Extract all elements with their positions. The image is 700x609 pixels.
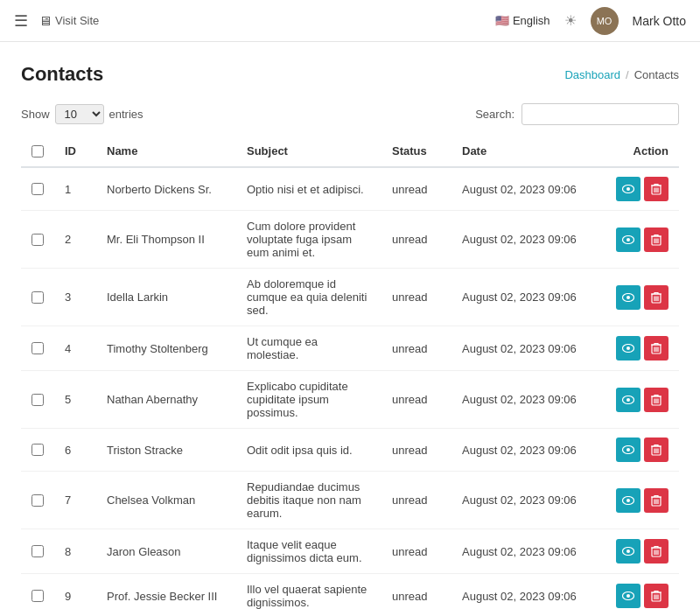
row-checkbox-3[interactable] <box>32 291 44 304</box>
row-checkbox-6[interactable] <box>32 444 44 456</box>
cell-status-1: unread <box>382 167 452 211</box>
flag-icon: 🇺🇸 <box>495 14 509 27</box>
cell-date-5: August 02, 2023 09:06 <box>452 371 600 429</box>
cell-name-6: Triston Stracke <box>96 429 236 472</box>
trash-icon <box>651 444 662 456</box>
cell-subject-8: Itaque velit eaque dignissimos dicta eum… <box>236 529 382 574</box>
delete-button-2[interactable] <box>644 228 668 252</box>
breadcrumb-separator: / <box>626 68 629 81</box>
table-row: 7 Chelsea Volkman Repudiandae ducimus de… <box>21 472 679 529</box>
eye-icon <box>622 592 634 600</box>
table-row: 8 Jaron Gleason Itaque velit eaque digni… <box>21 529 679 574</box>
action-btns-6 <box>611 438 668 462</box>
breadcrumb-home-link[interactable]: Dashboard <box>564 68 620 81</box>
table-header-row: ID Name Subject Status Date Action <box>21 136 679 167</box>
hamburger-icon[interactable]: ☰ <box>14 11 28 31</box>
col-header-date: Date <box>452 136 600 167</box>
cell-date-3: August 02, 2023 09:06 <box>452 269 600 326</box>
action-btns-2 <box>611 228 668 252</box>
topnav-left: ☰ 🖥 Visit Site <box>14 11 99 31</box>
search-box: Search: <box>475 103 679 125</box>
show-entries: Show 10 25 50 100 entries <box>21 104 144 124</box>
view-button-2[interactable] <box>616 228 640 252</box>
table-row: 4 Timothy Stoltenberg Ut cumque ea moles… <box>21 326 679 371</box>
eye-icon <box>622 396 634 404</box>
view-button-8[interactable] <box>616 539 640 564</box>
svg-point-50 <box>626 550 630 553</box>
cell-name-8: Jaron Gleason <box>96 529 236 574</box>
row-checkbox-8[interactable] <box>32 545 44 557</box>
eye-icon <box>622 235 634 244</box>
view-button-4[interactable] <box>616 336 640 360</box>
avatar[interactable]: MO <box>591 7 619 35</box>
svg-point-43 <box>626 499 630 502</box>
cell-id-1: 1 <box>54 167 96 211</box>
cell-subject-1: Optio nisi et et adipisci. <box>236 167 382 211</box>
cell-subject-7: Repudiandae ducimus debitis itaque non n… <box>236 472 382 529</box>
entries-select[interactable]: 10 25 50 100 <box>55 104 104 124</box>
svg-point-36 <box>626 448 630 452</box>
col-header-id: ID <box>54 136 96 167</box>
contacts-table: ID Name Subject Status Date Action <box>21 136 679 609</box>
delete-button-5[interactable] <box>644 388 668 412</box>
delete-button-6[interactable] <box>644 438 668 462</box>
row-checkbox-4[interactable] <box>32 342 44 354</box>
trash-icon <box>651 183 662 195</box>
eye-icon <box>622 293 634 302</box>
search-input[interactable] <box>522 103 679 125</box>
cell-subject-4: Ut cumque ea molestiae. <box>236 326 382 371</box>
cell-date-9: August 02, 2023 09:06 <box>452 574 600 610</box>
svg-point-57 <box>626 594 630 598</box>
svg-point-1 <box>626 187 630 191</box>
topnav-right: 🇺🇸 English ☀ MO Mark Otto <box>495 7 686 35</box>
cell-date-1: August 02, 2023 09:06 <box>452 167 600 211</box>
delete-button-3[interactable] <box>644 285 668 310</box>
cell-date-7: August 02, 2023 09:06 <box>452 472 600 529</box>
cell-status-7: unread <box>382 472 452 529</box>
delete-button-1[interactable] <box>644 177 668 201</box>
view-button-1[interactable] <box>616 177 640 201</box>
user-name: Mark Otto <box>633 14 686 28</box>
eye-icon <box>622 185 634 193</box>
cell-name-9: Prof. Jessie Becker III <box>96 574 236 610</box>
trash-icon <box>651 291 662 304</box>
row-checkbox-5[interactable] <box>32 394 44 406</box>
language-label: English <box>513 14 550 27</box>
breadcrumb: Dashboard / Contacts <box>564 68 679 81</box>
monitor-icon: 🖥 <box>38 13 52 28</box>
cell-status-3: unread <box>382 269 452 326</box>
cell-subject-3: Ab doloremque id cumque ea quia deleniti… <box>236 269 382 326</box>
row-checkbox-7[interactable] <box>32 494 44 507</box>
delete-button-9[interactable] <box>644 584 668 608</box>
cell-date-4: August 02, 2023 09:06 <box>452 326 600 371</box>
svg-point-22 <box>626 346 630 350</box>
delete-button-4[interactable] <box>644 336 668 360</box>
table-row: 3 Idella Larkin Ab doloremque id cumque … <box>21 269 679 326</box>
cell-date-6: August 02, 2023 09:06 <box>452 429 600 472</box>
cell-status-6: unread <box>382 429 452 472</box>
cell-id-7: 7 <box>54 472 96 529</box>
row-checkbox-9[interactable] <box>32 590 44 602</box>
view-button-5[interactable] <box>616 388 640 412</box>
delete-button-8[interactable] <box>644 539 668 564</box>
view-button-7[interactable] <box>616 488 640 513</box>
row-checkbox-2[interactable] <box>32 234 44 246</box>
avatar-initials: MO <box>597 16 612 26</box>
cell-id-4: 4 <box>54 326 96 371</box>
cell-id-6: 6 <box>54 429 96 472</box>
eye-icon <box>622 547 634 556</box>
delete-button-7[interactable] <box>644 488 668 513</box>
view-button-6[interactable] <box>616 438 640 462</box>
language-selector[interactable]: 🇺🇸 English <box>495 14 550 27</box>
cell-name-7: Chelsea Volkman <box>96 472 236 529</box>
trash-icon <box>651 545 662 557</box>
view-button-9[interactable] <box>616 584 640 608</box>
view-button-3[interactable] <box>616 285 640 310</box>
visit-site-link[interactable]: 🖥 Visit Site <box>38 13 99 28</box>
row-checkbox-1[interactable] <box>32 183 44 195</box>
brightness-icon[interactable]: ☀ <box>564 12 577 29</box>
cell-status-4: unread <box>382 326 452 371</box>
col-header-subject: Subject <box>236 136 382 167</box>
select-all-checkbox[interactable] <box>32 145 44 158</box>
action-btns-8 <box>611 539 668 564</box>
